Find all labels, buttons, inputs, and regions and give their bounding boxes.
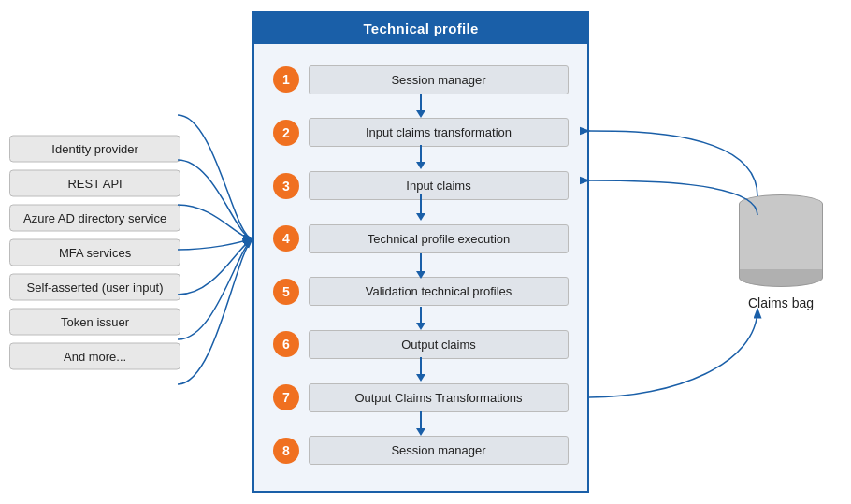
- step-row-7: 7Output Claims Transformations: [273, 383, 569, 412]
- cylinder: [739, 194, 823, 287]
- claims-bag: Claims bag: [739, 194, 823, 310]
- step-row-3: 3Input claims: [273, 171, 569, 200]
- cylinder-bottom: [739, 268, 823, 287]
- tp-steps: 1Session manager2Input claims transforma…: [254, 44, 587, 486]
- technical-profile-panel: Technical profile 1Session manager2Input…: [252, 11, 589, 493]
- step-number-7: 7: [273, 384, 299, 410]
- left-box-token-issuer: Token issuer: [9, 308, 180, 335]
- step-number-2: 2: [273, 120, 299, 146]
- step-row-1: 1Session manager: [273, 65, 569, 94]
- left-box-self-asserted: Self-asserted (user input): [9, 273, 180, 300]
- step-box-4: Technical profile execution: [309, 224, 569, 253]
- tp-header: Technical profile: [254, 13, 587, 44]
- cylinder-body: [739, 204, 823, 269]
- left-box-identity-provider: Identity provider: [9, 135, 180, 162]
- left-box-rest-api: REST API: [9, 169, 180, 196]
- step-box-6: Output claims: [309, 330, 569, 359]
- step-number-3: 3: [273, 173, 299, 199]
- step-row-8: 8Session manager: [273, 436, 569, 465]
- diagram-container: Identity providerREST APIAzure AD direct…: [0, 0, 851, 504]
- step-number-1: 1: [273, 66, 299, 93]
- step-box-7: Output Claims Transformations: [309, 383, 569, 412]
- step-box-5: Validation technical profiles: [309, 277, 569, 306]
- step-box-2: Input claims transformation: [309, 118, 569, 147]
- left-box-azure-ad: Azure AD directory service: [9, 204, 180, 231]
- left-boxes: Identity providerREST APIAzure AD direct…: [9, 135, 180, 369]
- step-number-8: 8: [273, 438, 299, 464]
- step-number-6: 6: [273, 331, 299, 357]
- tp-title: Technical profile: [363, 21, 478, 36]
- step-row-5: 5Validation technical profiles: [273, 277, 569, 306]
- step-row-2: 2Input claims transformation: [273, 118, 569, 147]
- step-number-4: 4: [273, 225, 299, 252]
- step-box-3: Input claims: [309, 171, 569, 200]
- step-box-1: Session manager: [309, 65, 569, 94]
- step-number-5: 5: [273, 279, 299, 305]
- left-box-and-more: And more...: [9, 342, 180, 369]
- claims-bag-label: Claims bag: [748, 295, 814, 310]
- step-row-4: 4Technical profile execution: [273, 224, 569, 253]
- step-box-8: Session manager: [309, 436, 569, 465]
- step-row-6: 6Output claims: [273, 330, 569, 359]
- left-box-mfa-services: MFA services: [9, 238, 180, 266]
